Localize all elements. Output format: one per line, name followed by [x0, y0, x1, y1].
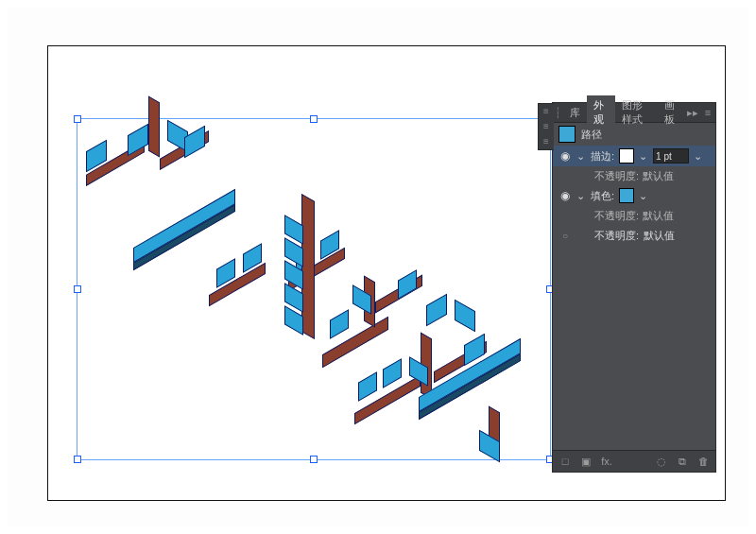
stroke-label: 描边: [591, 149, 614, 164]
target-ring-icon[interactable]: ○ [558, 231, 572, 241]
opacity-value: 默认值 [643, 169, 674, 183]
panel-tabs: ┆ 库 外观 图形样式 画板 ▸▸ ≡ [553, 103, 715, 123]
clear-appearance-icon[interactable]: ◌ [655, 456, 668, 468]
app-frame: ≡ ≡ ≡ ┆ 库 外观 图形样式 画板 ▸▸ ≡ 路径 [8, 8, 748, 526]
appearance-panel[interactable]: ≡ ≡ ≡ ┆ 库 外观 图形样式 画板 ▸▸ ≡ 路径 [553, 103, 715, 472]
stroke-color-dropdown-icon[interactable]: ⌄ [639, 150, 648, 163]
footer-layers-icon[interactable]: ▣ [579, 456, 593, 468]
tab-appearance[interactable]: 外观 [587, 95, 614, 129]
expand-icon[interactable]: ⌄ [576, 150, 586, 163]
opacity-value: 默认值 [643, 209, 674, 223]
appearance-opacity-row[interactable]: ○ 不透明度: 默认值 [553, 225, 715, 246]
panel-menu-icon[interactable]: ≡ [700, 107, 715, 119]
document-window: ≡ ≡ ≡ ┆ 库 外观 图形样式 画板 ▸▸ ≡ 路径 [47, 45, 726, 501]
panel-grip-icon[interactable]: ┆ [553, 107, 563, 119]
tab-library[interactable]: 库 [563, 103, 587, 123]
delete-item-icon[interactable]: 🗑 [696, 456, 710, 467]
fill-label: 填色: [591, 189, 614, 203]
stroke-color-swatch[interactable] [619, 148, 634, 164]
stroke-weight-dropdown-icon[interactable]: ⌄ [694, 150, 703, 163]
tab-layers[interactable]: 画板 [658, 95, 685, 129]
stroke-opacity-row[interactable]: 不透明度: 默认值 [553, 166, 715, 185]
duplicate-item-icon[interactable]: ⧉ [676, 456, 689, 468]
visibility-eye-icon[interactable]: ◉ [558, 189, 572, 202]
expand-icon[interactable]: ⌄ [576, 190, 586, 202]
appearance-panel-footer: □ ▣ fx. ◌ ⧉ 🗑 [553, 450, 715, 472]
handle-bottom-left[interactable] [74, 456, 81, 463]
dock-icon[interactable]: ≡ [539, 119, 554, 134]
dock-icon[interactable]: ≡ [539, 104, 554, 119]
opacity-value: 默认值 [644, 229, 675, 243]
fill-color-dropdown-icon[interactable]: ⌄ [639, 190, 648, 202]
appearance-stroke-row[interactable]: ◉ ⌄ 描边: ⌄ ⌄ [553, 146, 715, 166]
handle-top-left[interactable] [74, 115, 81, 123]
target-label: 路径 [581, 128, 602, 142]
handle-bottom-mid[interactable] [310, 456, 318, 463]
visibility-eye-icon[interactable]: ◉ [558, 149, 572, 163]
add-effect-button[interactable]: fx. [600, 456, 613, 467]
footer-square-icon[interactable]: □ [558, 456, 572, 467]
dock-icon[interactable]: ≡ [539, 134, 554, 149]
panel-dock-strip[interactable]: ≡ ≡ ≡ [538, 103, 554, 150]
opacity-label: 不透明度: [594, 169, 639, 183]
handle-mid-left[interactable] [74, 285, 81, 293]
fill-color-swatch[interactable] [619, 188, 634, 203]
fill-opacity-row[interactable]: 不透明度: 默认值 [553, 206, 715, 225]
stroke-weight-input[interactable] [653, 148, 689, 164]
opacity-label: 不透明度: [594, 209, 639, 223]
target-swatch[interactable] [558, 126, 576, 143]
appearance-fill-row[interactable]: ◉ ⌄ 填色: ⌄ [553, 185, 715, 206]
handle-top-mid[interactable] [310, 115, 318, 123]
opacity-label: 不透明度: [594, 229, 639, 243]
panel-collapse-icon[interactable]: ▸▸ [685, 107, 700, 119]
tab-graphic-styles[interactable]: 图形样式 [615, 95, 658, 129]
